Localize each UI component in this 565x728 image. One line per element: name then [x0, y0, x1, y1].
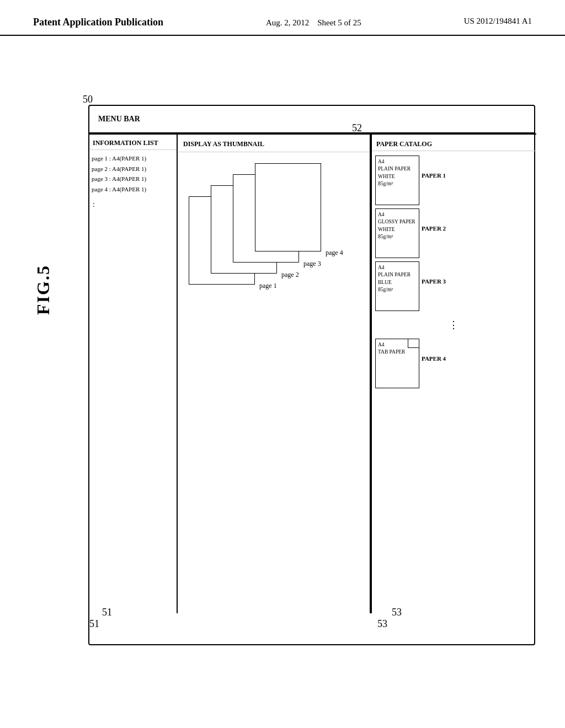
- paper-3-card: A4 PLAIN PAPER BLUE 85g/m²: [375, 261, 419, 311]
- outer-box: MENU BAR INFORMATION LIST page 1 : A4(PA…: [88, 105, 535, 645]
- paper-3-item: A4 PLAIN PAPER BLUE 85g/m² PAPER 3: [375, 261, 533, 311]
- info-list-box: INFORMATION LIST page 1 : A4(PAPER 1) pa…: [89, 133, 178, 613]
- label-53-ext: 53: [392, 607, 402, 618]
- info-list-items: page 1 : A4(PAPER 1) page 2 : A4(PAPER 1…: [89, 150, 177, 198]
- paper-3-detail-0: A4: [378, 264, 417, 271]
- paper-1-detail-1: PLAIN PAPER: [378, 165, 417, 173]
- paper-2-detail-1: GLOSSY PAPER: [378, 218, 417, 226]
- paper-4-detail-1: TAB PAPER: [378, 349, 417, 356]
- paper-2-detail-0: A4: [378, 211, 417, 218]
- publication-info: Aug. 2, 2012 Sheet 5 of 25: [266, 17, 361, 29]
- label-52: 52: [352, 122, 362, 134]
- publication-title: Patent Application Publication: [33, 17, 163, 28]
- paper-2-item: A4 GLOSSY PAPER WHITE 85g/m² PAPER 2: [375, 208, 533, 258]
- figure-label: FIG.5: [33, 265, 54, 315]
- page-header: Patent Application Publication Aug. 2, 2…: [0, 0, 565, 36]
- menu-bar: MENU BAR: [89, 106, 534, 133]
- list-item: page 1 : A4(PAPER 1): [92, 153, 174, 164]
- paper-1-detail-0: A4: [378, 158, 417, 165]
- diagram-area: 50 MENU BAR INFORMATION LIST page 1 : A4…: [72, 88, 546, 695]
- publication-date: Aug. 2, 2012: [266, 18, 309, 27]
- thumbnail-box: DISPLAY AS THUMBNAIL page 1 page 2 page …: [178, 133, 371, 613]
- page-thumb-4: [255, 163, 321, 251]
- paper-items: A4 PLAIN PAPER WHITE 85g/m² PAPER 1 A4 G…: [372, 151, 536, 393]
- paper-catalog-title: PAPER CATALOG: [372, 135, 536, 151]
- page-3-label: page 3: [303, 260, 321, 268]
- page-2-label: page 2: [281, 271, 299, 279]
- page-1-label: page 1: [259, 282, 277, 290]
- info-list-title: INFORMATION LIST: [89, 135, 177, 150]
- paper-1-card: A4 PLAIN PAPER WHITE 85g/m²: [375, 156, 419, 205]
- paper-dots: ⋮: [375, 314, 533, 335]
- thumbnail-pages: page 1 page 2 page 3 page 4: [189, 163, 353, 395]
- patent-number: US 2012/194841 A1: [464, 17, 532, 26]
- menu-bar-label: MENU BAR: [98, 115, 140, 124]
- list-item: page 4 : A4(PAPER 1): [92, 184, 174, 195]
- info-list-dots: :: [89, 198, 177, 211]
- paper-1-detail-2: WHITE: [378, 173, 417, 180]
- label-50: 50: [83, 94, 93, 105]
- list-item: page 2 : A4(PAPER 1): [92, 164, 174, 174]
- paper-1-detail-3: 85g/m²: [378, 180, 417, 188]
- paper-catalog-box: PAPER CATALOG A4 PLAIN PAPER WHITE 85g/m…: [371, 133, 536, 613]
- paper-4-item: A4 TAB PAPER PAPER 4: [375, 339, 533, 388]
- paper-2-label: PAPER 2: [422, 225, 446, 232]
- paper-1-item: A4 PLAIN PAPER WHITE 85g/m² PAPER 1: [375, 156, 533, 205]
- paper-2-detail-3: 85g/m²: [378, 233, 417, 240]
- paper-4-label: PAPER 4: [422, 355, 446, 362]
- page-4-label: page 4: [326, 249, 343, 257]
- tab-notch: [408, 339, 419, 348]
- paper-1-label: PAPER 1: [422, 172, 446, 179]
- paper-3-detail-1: PLAIN PAPER: [378, 271, 417, 279]
- label-51-ext: 51: [102, 607, 112, 618]
- label-51: 51: [89, 618, 99, 630]
- paper-2-card: A4 GLOSSY PAPER WHITE 85g/m²: [375, 208, 419, 258]
- label-53: 53: [377, 618, 387, 630]
- sheet-info: Sheet 5 of 25: [317, 18, 361, 27]
- paper-2-detail-2: WHITE: [378, 226, 417, 233]
- paper-4-card: A4 TAB PAPER: [375, 339, 419, 388]
- list-item: page 3 : A4(PAPER 1): [92, 174, 174, 184]
- paper-3-detail-2: BLUE: [378, 279, 417, 286]
- paper-3-detail-3: 85g/m²: [378, 286, 417, 293]
- paper-3-label: PAPER 3: [422, 278, 446, 285]
- thumbnail-title: DISPLAY AS THUMBNAIL: [178, 135, 370, 152]
